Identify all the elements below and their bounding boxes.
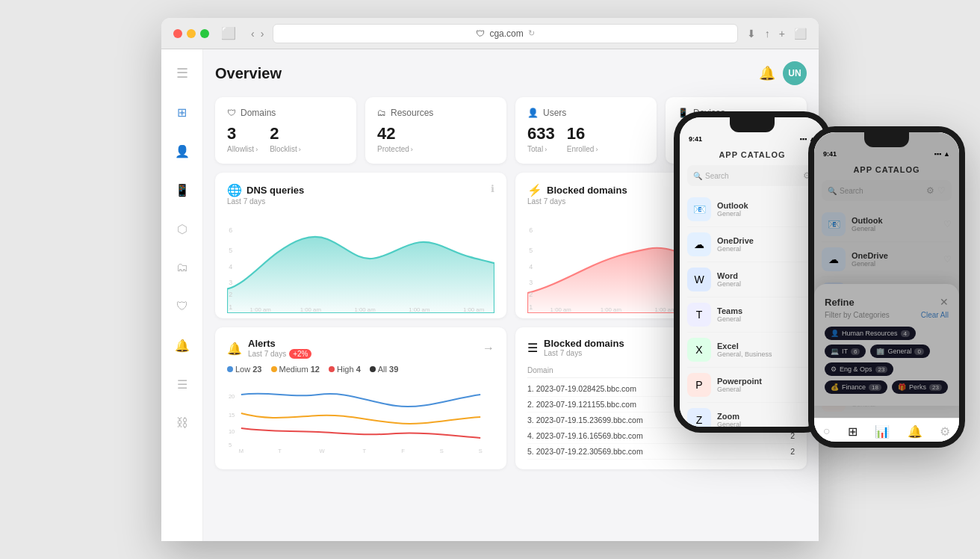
svg-text:1:00 am: 1:00 am [300,306,321,313]
svg-text:1:00 am: 1:00 am [601,306,621,313]
sidebar-toggle-button[interactable]: ⬜ [221,26,236,40]
phone1-app-onedrive[interactable]: ☁ OneDrive General ♡ [687,227,817,262]
blocklist-count: 2 [270,124,301,143]
sidebar-item-files[interactable]: 🗂 [170,256,194,280]
svg-text:20: 20 [229,393,235,400]
forward-button[interactable]: › [261,28,264,40]
alerts-icon: 🔔 [227,342,242,356]
alerts-header: 🔔 Alerts Last 7 days +2% → [227,338,494,359]
domains-title: Domains [241,108,276,118]
onedrive-info: OneDrive General [717,236,803,253]
zoom-icon: Z [687,408,711,432]
protected-count: 42 [377,124,413,143]
svg-text:1: 1 [229,303,232,311]
phone2-nav-bell[interactable]: 🔔 [908,424,922,439]
svg-text:2: 2 [229,291,232,299]
sidebar-item-grid[interactable]: ⊞ [170,100,194,124]
maximize-button[interactable] [200,29,209,38]
protected-label: Protected › [377,145,413,153]
dns-chart-area: 6 5 4 3 2 1 1:00 am 1:00 am 1:00 am 1:00… [227,209,494,313]
allowlist-label: Allowlist › [227,145,258,153]
onedrive-icon: ☁ [687,232,711,256]
notification-icon[interactable]: 🔔 [759,65,775,81]
phone1-app-excel[interactable]: X Excel General, Business ♡ [687,333,817,368]
teams-icon: T [687,303,711,327]
phone1-signal-icon: ▪▪▪ [800,135,807,143]
add-tab-icon[interactable]: + [779,28,785,40]
browser-nav: ‹ › [251,28,264,40]
phone1-app-zoom[interactable]: Z Zoom General ♡ [687,403,817,433]
phone1-app-outlook[interactable]: 📧 Outlook General ♡ [687,192,817,227]
sidebar-item-list[interactable]: ☰ [170,372,194,396]
phone1-app-teams[interactable]: T Teams General ♡ [687,297,817,333]
svg-text:1:00 am: 1:00 am [354,306,375,313]
allowlist-count: 3 [227,124,258,143]
phone2-nav-home[interactable]: ○ [823,424,831,439]
close-button[interactable] [173,29,182,38]
phone1-notch [730,117,775,132]
svg-text:1:00 am: 1:00 am [551,306,571,313]
svg-text:6: 6 [229,226,232,234]
avatar[interactable]: UN [783,61,807,85]
url-text: cga.com [489,28,523,39]
svg-text:2: 2 [529,291,533,299]
phone1: 9:41 ▪▪▪ ▲ APP CATALOG 🔍 Search ⚙ 📧 [674,111,831,433]
info-icon[interactable]: ℹ [491,183,494,194]
svg-text:S: S [479,448,483,454]
zoom-info: Zoom General [717,412,803,428]
sidebar-item-integrations[interactable]: ⛓ [170,411,194,435]
blocked-domains-table-title: Blocked domains [544,338,624,349]
svg-text:3: 3 [229,279,232,286]
phone1-app-powerpoint[interactable]: P Powerpoint General ♡ [687,368,817,403]
total-users-count: 633 [527,124,555,143]
resources-title: Resources [391,108,433,118]
sidebar-item-shield[interactable]: 🛡 [170,294,194,318]
sidebar: ☰ ⊞ 👤 📱 ⬡ 🗂 🛡 🔔 ☰ ⛓ [161,49,203,541]
phone2-nav-chart[interactable]: 📊 [875,424,890,439]
outlook-info: Outlook General [717,201,803,217]
minimize-button[interactable] [187,29,196,38]
address-bar[interactable]: 🛡 cga.com ↻ [273,24,737,43]
page-header: Overview 🔔 UN [215,61,807,85]
enrolled-label: Enrolled › [567,145,598,153]
lightning-icon: ⚡ [527,183,542,197]
reload-icon[interactable]: ↻ [528,28,535,38]
phone1-app-word[interactable]: W Word General ♡ [687,262,817,297]
phone1-time: 9:41 [689,135,702,143]
sidebar-item-apps[interactable]: ⬡ [170,217,194,241]
globe-icon: 🌐 [227,183,242,197]
page-title: Overview [215,65,282,82]
svg-text:5: 5 [229,442,232,448]
sidebar-item-menu[interactable]: ☰ [170,61,194,85]
enrolled-count: 16 [567,124,598,143]
dns-chart-title: DNS queries [246,185,304,196]
arrow-right-icon[interactable]: → [483,342,494,355]
alerts-subtitle: Last 7 days [248,350,286,358]
tabs-icon[interactable]: ⬜ [794,28,807,40]
phone2-nav-grid[interactable]: ⊞ [848,424,858,439]
phone2: 9:41 ▪▪▪ ▲ APP CATALOG 🔍 Search ⚙ ♡ 📧 [808,126,965,448]
phone2-nav-settings[interactable]: ⚙ [940,424,950,439]
back-button[interactable]: ‹ [251,28,255,40]
browser-titlebar: ⬜ ‹ › 🛡 cga.com ↻ ⬇ ↑ + ⬜ [161,18,819,49]
phone1-search[interactable]: 🔍 Search ⚙ [687,165,817,186]
teams-info: Teams General [717,306,803,323]
blocked-domains-chart-title: Blocked domains [547,185,627,196]
sidebar-item-user[interactable]: 👤 [170,139,194,163]
svg-text:10: 10 [229,428,235,435]
resources-icon: 🗂 [377,108,386,118]
word-info: Word General [717,271,803,288]
phone1-app-title: APP CATALOG [680,146,825,165]
header-actions: 🔔 UN [759,61,807,85]
phone1-search-icon: 🔍 [693,172,702,180]
sidebar-item-alerts[interactable]: 🔔 [170,333,194,357]
traffic-lights [173,29,209,38]
share-icon[interactable]: ↑ [765,28,770,40]
svg-text:1:00 am: 1:00 am [463,306,484,313]
phone1-wrapper: 9:41 ▪▪▪ ▲ APP CATALOG 🔍 Search ⚙ 📧 [674,111,831,448]
svg-text:1: 1 [529,303,533,311]
download-icon[interactable]: ⬇ [747,28,756,40]
sidebar-item-device[interactable]: 📱 [170,178,194,202]
dns-chart-header: 🌐 DNS queries Last 7 days ℹ [227,183,494,206]
phone2-wrapper: 9:41 ▪▪▪ ▲ APP CATALOG 🔍 Search ⚙ ♡ 📧 [808,126,965,448]
